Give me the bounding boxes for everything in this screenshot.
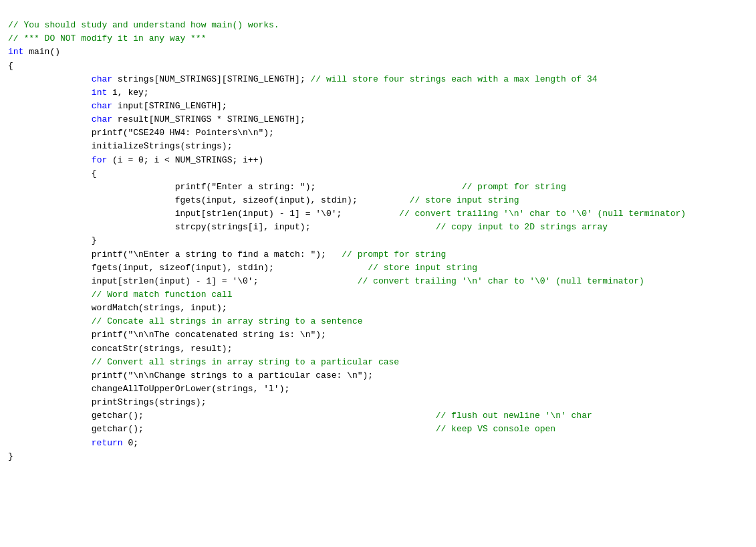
comment-text: // convert trailing '\n' char to '\0' (n… xyxy=(342,209,686,219)
normal-text: strcpy(strings[i], input); xyxy=(8,222,310,232)
code-line: printf("\n\nChange strings to a particul… xyxy=(8,369,748,382)
code-line: return 0; xyxy=(8,437,748,450)
code-line: strcpy(strings[i], input); // copy input… xyxy=(8,221,748,234)
code-line: concatStr(strings, result); xyxy=(8,342,748,356)
code-line: // You should study and understand how m… xyxy=(8,19,748,32)
code-line: fgets(input, sizeof(input), stdin); // s… xyxy=(8,261,748,275)
comment-text: // flush out newline '\n' char xyxy=(144,411,592,421)
comment-text: // store input string xyxy=(274,263,477,273)
keyword-text: for xyxy=(92,155,107,165)
normal-text: printf("\n\nThe concatenated string is: … xyxy=(8,330,326,340)
keyword-text: char xyxy=(92,74,112,84)
code-line: { xyxy=(8,167,748,181)
keyword-text: int xyxy=(92,88,107,98)
comment-text: // convert trailing '\n' char to '\0' (n… xyxy=(258,276,644,286)
normal-text: strings[NUM_STRINGS][STRING_LENGTH]; xyxy=(112,74,305,84)
normal-text: changeAllToUpperOrLower(strings, 'l'); xyxy=(8,384,289,394)
comment-text: // Word match function call xyxy=(8,290,232,300)
normal-text: fgets(input, sizeof(input), stdin); xyxy=(8,195,358,205)
comment-text: // will store four strings each with a m… xyxy=(305,74,598,84)
normal-text: input[strlen(input) - 1] = '\0'; xyxy=(8,276,258,286)
code-line: printf("\nEnter a string to find a match… xyxy=(8,248,748,261)
normal-text: getchar(); xyxy=(8,424,144,434)
code-line: fgets(input, sizeof(input), stdin); // s… xyxy=(8,194,748,207)
normal-text: printf("\n\nChange strings to a particul… xyxy=(8,370,373,380)
code-line: wordMatch(strings, input); xyxy=(8,302,748,315)
code-line: char input[STRING_LENGTH]; xyxy=(8,100,748,113)
normal-text: getchar(); xyxy=(8,411,144,421)
keyword-text: char xyxy=(92,114,112,124)
normal-text: result[NUM_STRINGS * STRING_LENGTH]; xyxy=(112,114,305,124)
normal-text xyxy=(8,88,92,98)
comment-text: // store input string xyxy=(358,195,519,205)
code-line: // Concate all strings in array string t… xyxy=(8,315,748,328)
keyword-text: return xyxy=(8,438,123,448)
keyword-text: int xyxy=(8,47,23,57)
normal-text xyxy=(8,114,92,124)
comment-text: // copy input to 2D strings array xyxy=(310,222,608,232)
normal-text: } xyxy=(8,235,97,245)
code-line: printf("CSE240 HW4: Pointers\n\n"); xyxy=(8,126,748,140)
code-line: getchar(); // keep VS console open xyxy=(8,423,748,436)
normal-text: } xyxy=(8,451,13,461)
normal-text: concatStr(strings, result); xyxy=(8,344,232,354)
comment-text: // You should study and understand how m… xyxy=(8,20,279,30)
code-line: } xyxy=(8,234,748,247)
code-line: char result[NUM_STRINGS * STRING_LENGTH]… xyxy=(8,113,748,126)
normal-text: 0; xyxy=(123,438,138,448)
comment-text: // Concate all strings in array string t… xyxy=(8,316,363,326)
comment-text: // *** DO NOT modify it in any way *** xyxy=(8,33,206,43)
code-line: printStrings(strings); xyxy=(8,396,748,409)
keyword-text: char xyxy=(92,101,112,111)
normal-text: printf("CSE240 HW4: Pointers\n\n"); xyxy=(8,128,274,138)
code-line: input[strlen(input) - 1] = '\0'; // conv… xyxy=(8,207,748,221)
code-line: printf("\n\nThe concatenated string is: … xyxy=(8,328,748,342)
normal-text: fgets(input, sizeof(input), stdin); xyxy=(8,263,274,273)
code-line: for (i = 0; i < NUM_STRINGS; i++) xyxy=(8,154,748,167)
code-line: char strings[NUM_STRINGS][STRING_LENGTH]… xyxy=(8,73,748,86)
normal-text: wordMatch(strings, input); xyxy=(8,303,227,313)
comment-text: // keep VS console open xyxy=(144,424,555,434)
normal-text: i, key; xyxy=(107,88,148,98)
code-line: printf("Enter a string: "); // prompt fo… xyxy=(8,181,748,194)
code-line: // Word match function call xyxy=(8,288,748,302)
comment-text: // prompt for string xyxy=(316,182,565,192)
code-line: int i, key; xyxy=(8,86,748,100)
code-editor: // You should study and understand how m… xyxy=(8,5,748,463)
normal-text: initializeStrings(strings); xyxy=(8,141,232,151)
normal-text: input[STRING_LENGTH]; xyxy=(112,101,227,111)
normal-text: input[strlen(input) - 1] = '\0'; xyxy=(8,209,342,219)
normal-text: printStrings(strings); xyxy=(8,397,206,407)
code-line: getchar(); // flush out newline '\n' cha… xyxy=(8,409,748,423)
code-line: { xyxy=(8,60,748,73)
code-line: int main() xyxy=(8,45,748,59)
normal-text xyxy=(8,101,92,111)
normal-text xyxy=(8,155,92,165)
normal-text: printf("\nEnter a string to find a match… xyxy=(8,249,326,259)
normal-text: (i = 0; i < NUM_STRINGS; i++) xyxy=(107,155,263,165)
code-line: } xyxy=(8,450,748,463)
comment-text: // Convert all strings in array string t… xyxy=(8,357,399,367)
normal-text: main() xyxy=(23,47,60,57)
code-line: // *** DO NOT modify it in any way *** xyxy=(8,32,748,45)
normal-text: { xyxy=(8,169,97,179)
code-line: changeAllToUpperOrLower(strings, 'l'); xyxy=(8,382,748,396)
normal-text xyxy=(8,74,92,84)
comment-text: // prompt for string xyxy=(326,249,446,259)
code-line: // Convert all strings in array string t… xyxy=(8,356,748,369)
code-line: input[strlen(input) - 1] = '\0'; // conv… xyxy=(8,275,748,288)
code-line: initializeStrings(strings); xyxy=(8,140,748,153)
normal-text: printf("Enter a string: "); xyxy=(8,182,316,192)
normal-text: { xyxy=(8,61,13,71)
